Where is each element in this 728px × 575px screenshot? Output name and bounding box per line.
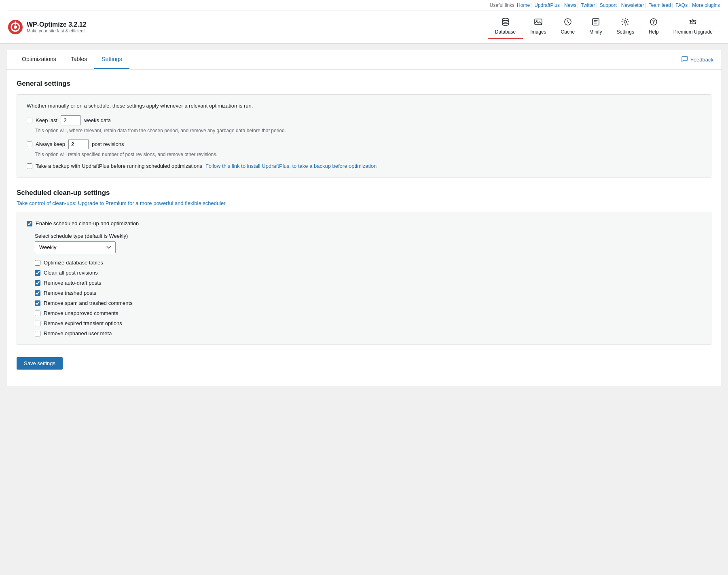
- general-settings-description: Whether manually or on a schedule, these…: [27, 103, 701, 109]
- backup-link[interactable]: Follow this link to install UpdraftPlus,…: [205, 163, 377, 169]
- nav-settings[interactable]: Settings: [609, 15, 641, 39]
- svg-point-8: [624, 21, 626, 23]
- nav-minify[interactable]: Minify: [582, 15, 609, 39]
- backup-checkbox[interactable]: [27, 163, 32, 169]
- nav-premium-label: Premium Upgrade: [673, 29, 713, 35]
- settings-icon: [621, 17, 630, 27]
- save-btn-row: Save settings: [17, 357, 711, 370]
- checkbox-unapproved: Remove unapproved comments: [35, 310, 701, 316]
- schedule-type-group: Select schedule type (default is Weekly)…: [35, 233, 701, 253]
- unapproved-checkbox[interactable]: [35, 311, 40, 316]
- page-wrapper: Optimizations Tables Settings Feedback G…: [6, 50, 722, 386]
- tabs: Optimizations Tables Settings: [15, 50, 129, 69]
- link-home[interactable]: Home: [517, 2, 530, 8]
- checkbox-expired-transient: Remove expired transient options: [35, 320, 701, 326]
- link-team-lead[interactable]: Team lead: [649, 2, 671, 8]
- cache-icon: [563, 17, 572, 27]
- nav-minify-label: Minify: [589, 29, 602, 35]
- schedule-type-select[interactable]: Weekly Daily Monthly: [35, 241, 116, 253]
- feedback-icon: [681, 56, 688, 63]
- optimize-db-checkbox[interactable]: [35, 260, 40, 266]
- orphaned-meta-label: Remove orphaned user meta: [44, 330, 112, 336]
- logo-area: WP-Optimize 3.2.12 Make your site fast &…: [8, 20, 87, 34]
- clean-revisions-checkbox[interactable]: [35, 270, 40, 276]
- auto-draft-checkbox[interactable]: [35, 280, 40, 286]
- checkbox-clean-revisions: Clean all post revisions: [35, 270, 701, 276]
- nav-settings-label: Settings: [617, 29, 634, 35]
- svg-point-10: [653, 23, 654, 24]
- scheduled-settings-box: Enable scheduled clean-up and optimizati…: [17, 212, 711, 345]
- optimize-db-label: Optimize database tables: [44, 260, 103, 266]
- keep-last-input[interactable]: [61, 115, 81, 125]
- expired-transient-checkbox[interactable]: [35, 321, 40, 326]
- tab-tables[interactable]: Tables: [63, 50, 94, 69]
- always-keep-label-pre: Always keep: [36, 141, 65, 147]
- general-settings-title: General settings: [17, 80, 711, 88]
- nav-premium-upgrade[interactable]: Premium Upgrade: [666, 15, 720, 39]
- auto-draft-label: Remove auto-draft posts: [44, 280, 101, 286]
- enable-scheduled-checkbox[interactable]: [27, 221, 32, 226]
- link-updraftplus[interactable]: UpdraftPlus: [534, 2, 560, 8]
- feedback-label: Feedback: [690, 57, 713, 63]
- checkbox-spam-trashed: Remove spam and trashed comments: [35, 300, 701, 306]
- always-keep-label-post: post revisions: [92, 141, 124, 147]
- trashed-posts-checkbox[interactable]: [35, 290, 40, 296]
- nav-help-label: Help: [649, 29, 659, 35]
- app-tagline: Make your site fast & efficient: [27, 28, 87, 33]
- backup-row: Take a backup with UpdraftPlus before ru…: [27, 163, 701, 169]
- checkbox-optimize-db: Optimize database tables: [35, 260, 701, 266]
- tab-optimizations[interactable]: Optimizations: [15, 50, 63, 69]
- link-news[interactable]: News: [564, 2, 576, 8]
- logo-text: WP-Optimize 3.2.12 Make your site fast &…: [27, 21, 87, 33]
- svg-point-4: [502, 18, 509, 21]
- keep-last-label-pre: Keep last: [36, 117, 57, 123]
- nav-images[interactable]: Images: [523, 15, 553, 39]
- backup-label: Take a backup with UpdraftPlus before ru…: [36, 163, 202, 169]
- general-settings-box: Whether manually or on a schedule, these…: [17, 94, 711, 178]
- nav-database[interactable]: Database: [488, 15, 523, 39]
- help-icon: [649, 17, 658, 27]
- svg-point-2: [14, 25, 17, 29]
- tab-settings[interactable]: Settings: [94, 50, 129, 69]
- checkbox-auto-draft: Remove auto-draft posts: [35, 280, 701, 286]
- orphaned-meta-checkbox[interactable]: [35, 331, 40, 336]
- keep-last-help: This option will, where relevant, retain…: [35, 128, 701, 133]
- clean-revisions-label: Clean all post revisions: [44, 270, 98, 276]
- expired-transient-label: Remove expired transient options: [44, 320, 122, 326]
- unapproved-label: Remove unapproved comments: [44, 310, 118, 316]
- link-faqs[interactable]: FAQs: [675, 2, 688, 8]
- nav-help[interactable]: Help: [641, 15, 666, 39]
- save-settings-button[interactable]: Save settings: [17, 357, 63, 370]
- keep-last-checkbox[interactable]: [27, 118, 32, 123]
- link-twitter[interactable]: Twitter: [581, 2, 595, 8]
- always-keep-checkbox[interactable]: [27, 142, 32, 147]
- link-support[interactable]: Support: [600, 2, 617, 8]
- link-more-plugins[interactable]: More plugins: [692, 2, 720, 8]
- app-name: WP-Optimize 3.2.12: [27, 21, 87, 28]
- database-icon: [501, 17, 510, 27]
- always-keep-input[interactable]: [68, 139, 89, 149]
- feedback-button[interactable]: Feedback: [681, 56, 713, 63]
- enable-row: Enable scheduled clean-up and optimizati…: [27, 220, 701, 226]
- scheduled-checkboxes: Optimize database tables Clean all post …: [35, 260, 701, 336]
- useful-links-bar: Useful links Home | UpdraftPlus | News |…: [8, 0, 720, 11]
- premium-icon: [688, 17, 697, 27]
- always-keep-help: This option will retain specified number…: [35, 152, 701, 157]
- link-newsletter[interactable]: Newsletter: [621, 2, 644, 8]
- spam-trashed-checkbox[interactable]: [35, 300, 40, 306]
- checkbox-trashed-posts: Remove trashed posts: [35, 290, 701, 296]
- upgrade-link[interactable]: Take control of clean-ups: Upgrade to Pr…: [17, 200, 226, 206]
- tab-bar: Optimizations Tables Settings Feedback: [6, 50, 722, 70]
- keep-last-label-post: weeks data: [84, 117, 111, 123]
- spam-trashed-label: Remove spam and trashed comments: [44, 300, 133, 306]
- checkbox-orphaned-meta: Remove orphaned user meta: [35, 330, 701, 336]
- trashed-posts-label: Remove trashed posts: [44, 290, 96, 296]
- nav-database-label: Database: [495, 29, 516, 35]
- main-nav: Database Images: [488, 15, 720, 39]
- nav-cache-label: Cache: [561, 29, 575, 35]
- logo-icon: [8, 20, 23, 34]
- nav-cache[interactable]: Cache: [554, 15, 582, 39]
- svg-rect-5: [535, 19, 542, 25]
- nav-images-label: Images: [530, 29, 546, 35]
- minify-icon: [591, 17, 600, 27]
